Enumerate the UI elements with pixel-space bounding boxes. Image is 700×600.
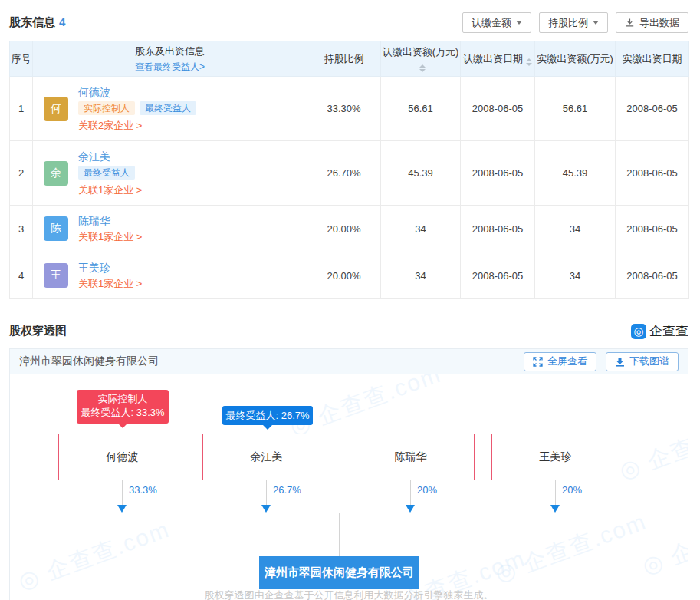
avatar: 何 <box>44 97 68 121</box>
ratio-filter-button[interactable]: 持股比例 <box>539 12 608 33</box>
header-subscribed-amount[interactable]: 认缴出资额(万元) <box>381 41 461 77</box>
header-paid-amount: 实缴出资额(万元) <box>535 41 616 77</box>
paid-date-cell: 2008-06-05 <box>616 141 689 206</box>
export-data-button[interactable]: 导出数据 <box>616 12 688 33</box>
shareholder-name-link[interactable]: 余江美 <box>78 149 142 164</box>
download-chart-label: 下载图谱 <box>629 354 669 368</box>
download-icon <box>615 357 625 367</box>
avatar: 陈 <box>44 216 68 241</box>
equity-chart: 企查查.com 企查查.com 企查查.com 企查查.com 企查查.com … <box>10 374 688 600</box>
avatar: 王 <box>44 263 68 288</box>
arrow-down-icon <box>406 505 415 513</box>
table-row: 2 余 余江美 最终受益人 关联1家企业 > 26.70% 45 <box>10 141 689 206</box>
arrow-down-icon <box>117 505 127 513</box>
chart-footnote: 股权穿透图由企查查基于公开信息利用大数据分析引擎独家生成。 <box>10 588 688 600</box>
connector-line <box>122 480 123 506</box>
chart-node-company[interactable]: 漳州市翠园休闲健身有限公司 <box>259 556 419 589</box>
watermark: 企查查.com <box>638 499 688 583</box>
header-paid-date: 实缴出资日期 <box>616 41 689 77</box>
subscribed-date-cell: 2008-06-05 <box>461 252 535 299</box>
fullscreen-icon <box>533 357 543 367</box>
ratio-cell: 20.00% <box>307 206 381 252</box>
qichacha-brand: ◎ 企查查 <box>631 322 688 340</box>
chevron-down-icon <box>593 21 599 25</box>
subscribed-amount-filter-label: 认缴金额 <box>472 16 511 30</box>
page: 股东信息4 认缴金额 持股比例 导出数据 <box>0 12 700 600</box>
subscribed-date-cell: 2008-06-05 <box>461 141 535 206</box>
ratio-filter-label: 持股比例 <box>548 16 588 30</box>
related-companies-link[interactable]: 关联1家企业 > <box>78 183 142 197</box>
view-beneficiary-link[interactable]: 查看最终受益人> <box>33 61 307 74</box>
table-row: 1 何 何德波 实际控制人 最终受益人 关联2家企业 > <box>10 77 689 141</box>
equity-section-header: 股权穿透图 ◎ 企查查 <box>9 322 688 340</box>
sort-icon[interactable] <box>419 64 426 72</box>
beneficiary-badge: 最终受益人 <box>140 101 196 115</box>
row-index: 1 <box>10 77 33 141</box>
chart-node-shareholder[interactable]: 王美珍 <box>491 434 619 480</box>
shareholder-title-text: 股东信息 <box>9 15 55 28</box>
subscribed-amount-cell: 56.61 <box>381 77 461 141</box>
actual-controller-tag-line1: 实际控制人 <box>77 392 169 406</box>
row-index: 4 <box>10 252 33 299</box>
shareholder-toolbar: 认缴金额 持股比例 导出数据 <box>462 12 688 33</box>
connector-line <box>339 513 340 556</box>
header-index: 序号 <box>10 41 33 77</box>
subscribed-date-cell: 2008-06-05 <box>461 77 535 141</box>
arrow-down-icon <box>261 505 271 513</box>
paid-amount-cell: 34 <box>535 206 616 252</box>
subscribed-amount-cell: 34 <box>381 252 461 299</box>
fullscreen-label: 全屏查看 <box>547 354 587 368</box>
download-chart-button[interactable]: 下载图谱 <box>606 352 679 371</box>
connector-line <box>410 480 411 506</box>
shareholder-name-link[interactable]: 何德波 <box>78 84 196 100</box>
shareholder-name-link[interactable]: 陈瑞华 <box>78 213 142 229</box>
header-shareholder: 股东及出资信息 查看最终受益人> <box>33 41 307 77</box>
chart-node-shareholder[interactable]: 余江美 <box>202 434 330 480</box>
subscribed-amount-filter-button[interactable]: 认缴金额 <box>462 12 531 33</box>
beneficiary-badge: 最终受益人 <box>78 166 135 180</box>
paid-amount-cell: 34 <box>535 252 616 299</box>
actual-controller-badge: 实际控制人 <box>78 101 135 115</box>
watermark: 企查查.com <box>14 514 174 598</box>
chart-node-shareholder[interactable]: 陈瑞华 <box>347 434 475 480</box>
ratio-cell: 33.30% <box>307 77 381 141</box>
equity-panel-header: 漳州市翠园休闲健身有限公司 全屏查看 下载图谱 <box>10 349 688 374</box>
fullscreen-button[interactable]: 全屏查看 <box>524 352 596 371</box>
ownership-percent-label: 33.3% <box>129 484 157 496</box>
shareholder-title: 股东信息4 <box>9 15 65 30</box>
watermark: 企查查.com <box>615 404 688 488</box>
ownership-percent-label: 20% <box>417 484 437 496</box>
table-row: 3 陈 陈瑞华 关联1家企业 > 20.00% 34 2008-06-05 34… <box>10 206 689 252</box>
header-subscribed-date-text: 认缴出资日期 <box>463 53 523 64</box>
row-index: 3 <box>10 206 33 252</box>
connector-line <box>555 480 556 506</box>
related-companies-link[interactable]: 关联1家企业 > <box>78 276 142 291</box>
ratio-cell: 26.70% <box>307 141 381 206</box>
header-shareholder-text: 股东及出资信息 <box>33 45 307 58</box>
paid-amount-cell: 45.39 <box>535 141 616 206</box>
paid-date-cell: 2008-06-05 <box>616 252 689 299</box>
actual-controller-tag-line2: 最终受益人: 33.3% <box>77 406 169 420</box>
ratio-cell: 20.00% <box>307 252 381 299</box>
related-companies-link[interactable]: 关联2家企业 > <box>78 118 142 133</box>
header-subscribed-date[interactable]: 认缴出资日期 <box>461 41 535 77</box>
export-data-label: 导出数据 <box>639 16 679 30</box>
equity-title: 股权穿透图 <box>9 324 67 338</box>
shareholder-table: 序号 股东及出资信息 查看最终受益人> 持股比例 认缴出资额(万元) 认缴出资日… <box>9 41 689 299</box>
chart-node-shareholder[interactable]: 何德波 <box>58 434 186 480</box>
ownership-percent-label: 26.7% <box>273 484 301 496</box>
related-companies-link[interactable]: 关联1家企业 > <box>78 229 142 244</box>
connector-line <box>266 480 267 506</box>
shareholder-name-link[interactable]: 王美珍 <box>78 260 142 275</box>
paid-amount-cell: 56.61 <box>535 77 616 141</box>
equity-panel: 漳州市翠园休闲健身有限公司 全屏查看 下载图谱 <box>9 348 688 600</box>
chevron-down-icon <box>516 21 522 25</box>
paid-date-cell: 2008-06-05 <box>616 206 689 252</box>
arrow-down-icon <box>550 505 560 513</box>
ownership-percent-label: 20% <box>562 484 582 496</box>
subscribed-date-cell: 2008-06-05 <box>461 206 535 252</box>
qichacha-logo-icon: ◎ <box>631 324 646 339</box>
subscribed-amount-cell: 45.39 <box>381 141 461 206</box>
actual-controller-tag: 实际控制人 最终受益人: 33.3% <box>77 390 169 424</box>
sort-icon[interactable] <box>526 58 532 66</box>
